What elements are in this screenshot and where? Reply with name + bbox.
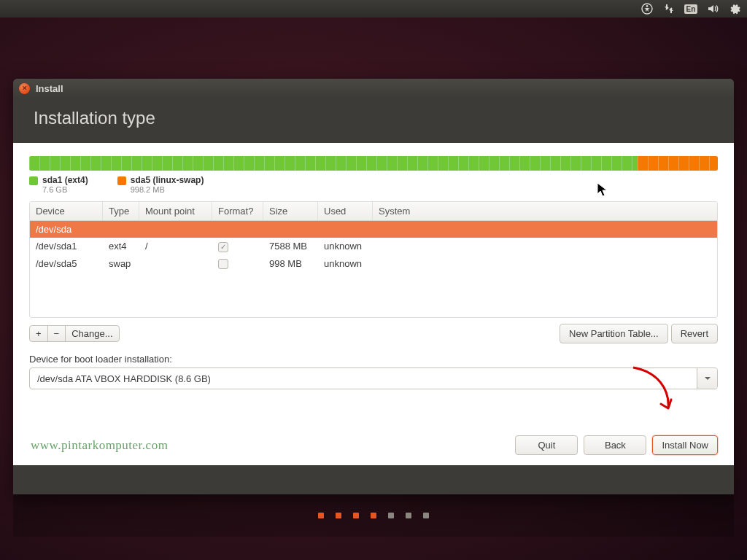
window-title: Install [36,83,63,94]
progress-dot [406,513,411,518]
cell-format [212,238,263,255]
install-now-button[interactable]: Install Now [652,435,718,455]
cell-type: swap [103,255,139,273]
wizard-footer-buttons: Quit Back Install Now [515,435,718,455]
checkbox-icon[interactable] [218,259,228,269]
system-gear-icon[interactable] [728,2,741,15]
bootloader-device-combo[interactable]: /dev/sda ATA VBOX HARDDISK (8.6 GB) [29,368,718,389]
cell-system [373,255,717,273]
cell-size: 7588 MB [263,238,318,255]
cell-used: unknown [318,238,373,255]
keyboard-language-indicator[interactable]: En [684,2,697,15]
partition-table[interactable]: Device Type Mount point Format? Size Use… [29,201,718,318]
progress-dot [318,513,324,518]
bootloader-label: Device for boot loader installation: [29,354,718,365]
add-remove-group: + − Change... [29,325,120,342]
installer-window: ✕ Install Installation type sda1 (ext4) … [13,79,734,494]
table-row[interactable]: /dev/sda1 ext4 / 7588 MB unknown [30,238,717,255]
cell-used: unknown [318,255,373,273]
disk-segment-sda1[interactable] [29,156,638,171]
cell-device: /dev/sda1 [30,238,103,255]
remove-partition-button[interactable]: − [47,325,66,342]
progress-dot [353,513,359,518]
window-header: Installation type [13,98,734,143]
disk-segment-sda5[interactable] [638,156,718,171]
add-partition-button[interactable]: + [29,325,48,342]
legend-sub: 998.2 MB [131,185,204,194]
legend-item-sda5: sda5 (linux-swap) 998.2 MB [117,175,204,194]
col-type[interactable]: Type [103,202,139,220]
table-row[interactable]: /dev/sda5 swap 998 MB unknown [30,255,717,273]
change-partition-button[interactable]: Change... [65,325,119,342]
close-icon[interactable]: ✕ [19,83,30,94]
table-row-disk[interactable]: /dev/sda [30,221,717,238]
chevron-down-icon[interactable] [697,368,717,389]
disk-usage-bar [29,156,718,171]
cell-mount: / [139,238,212,255]
cell-type: ext4 [103,238,139,255]
cell-size: 998 MB [263,255,318,273]
combo-value: /dev/sda ATA VBOX HARDDISK (8.6 GB) [30,373,697,384]
progress-dot [423,513,429,518]
cell-device: /dev/sda5 [30,255,103,273]
col-used[interactable]: Used [318,202,373,220]
col-device[interactable]: Device [30,202,103,220]
new-partition-table-button[interactable]: New Partition Table... [560,324,668,343]
partition-toolbar: + − Change... New Partition Table... Rev… [29,324,718,343]
col-format[interactable]: Format? [212,202,263,220]
cell-format [212,255,263,273]
legend-title: sda1 (ext4) [42,175,88,185]
wizard-progress-dots [13,494,734,537]
col-size[interactable]: Size [263,202,318,220]
legend-title: sda5 (linux-swap) [131,175,204,185]
checkbox-icon[interactable] [218,242,228,252]
svg-point-1 [646,5,649,7]
revert-button[interactable]: Revert [671,324,718,343]
network-icon[interactable] [662,2,676,15]
legend-item-sda1: sda1 (ext4) 7.6 GB [29,175,88,194]
legend-sub: 7.6 GB [42,185,88,194]
accessibility-icon[interactable] [640,2,654,15]
page-title: Installation type [34,108,713,128]
swatch-icon [29,176,38,185]
back-button[interactable]: Back [584,435,646,455]
volume-icon[interactable] [706,2,719,15]
progress-dot [336,513,341,518]
content-panel: sda1 (ext4) 7.6 GB sda5 (linux-swap) 998… [13,143,734,465]
disk-legend: sda1 (ext4) 7.6 GB sda5 (linux-swap) 998… [29,175,718,194]
progress-dot [388,513,394,518]
system-top-bar: En [0,0,747,18]
cell-system [373,238,717,255]
progress-dot [371,513,376,518]
cell-mount [139,255,212,273]
table-header-row: Device Type Mount point Format? Size Use… [30,202,717,221]
swatch-icon [117,176,126,185]
col-system[interactable]: System [373,202,717,220]
window-titlebar[interactable]: ✕ Install [13,79,734,98]
quit-button[interactable]: Quit [515,435,578,455]
cell-device: /dev/sda [30,221,717,238]
watermark-text: www.pintarkomputer.com [31,438,168,453]
col-mount[interactable]: Mount point [139,202,212,220]
